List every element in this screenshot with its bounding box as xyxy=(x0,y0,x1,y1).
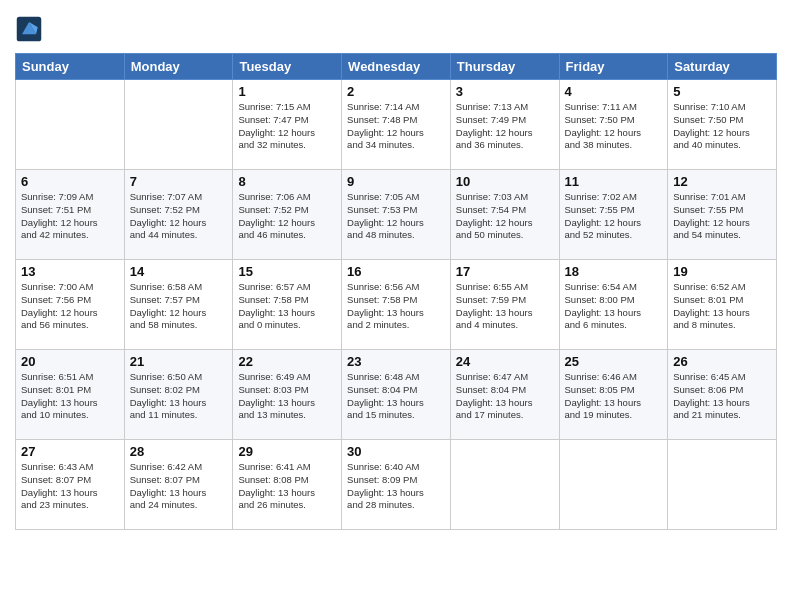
day-number: 27 xyxy=(21,444,119,459)
calendar-cell: 19Sunrise: 6:52 AM Sunset: 8:01 PM Dayli… xyxy=(668,260,777,350)
calendar-cell: 3Sunrise: 7:13 AM Sunset: 7:49 PM Daylig… xyxy=(450,80,559,170)
calendar-cell: 4Sunrise: 7:11 AM Sunset: 7:50 PM Daylig… xyxy=(559,80,668,170)
day-info: Sunrise: 6:56 AM Sunset: 7:58 PM Dayligh… xyxy=(347,281,445,332)
day-info: Sunrise: 7:03 AM Sunset: 7:54 PM Dayligh… xyxy=(456,191,554,242)
calendar-cell: 27Sunrise: 6:43 AM Sunset: 8:07 PM Dayli… xyxy=(16,440,125,530)
day-info: Sunrise: 6:43 AM Sunset: 8:07 PM Dayligh… xyxy=(21,461,119,512)
calendar-cell: 5Sunrise: 7:10 AM Sunset: 7:50 PM Daylig… xyxy=(668,80,777,170)
calendar-cell: 15Sunrise: 6:57 AM Sunset: 7:58 PM Dayli… xyxy=(233,260,342,350)
calendar-week-row: 1Sunrise: 7:15 AM Sunset: 7:47 PM Daylig… xyxy=(16,80,777,170)
day-info: Sunrise: 6:45 AM Sunset: 8:06 PM Dayligh… xyxy=(673,371,771,422)
day-number: 3 xyxy=(456,84,554,99)
calendar-cell: 6Sunrise: 7:09 AM Sunset: 7:51 PM Daylig… xyxy=(16,170,125,260)
day-info: Sunrise: 7:01 AM Sunset: 7:55 PM Dayligh… xyxy=(673,191,771,242)
calendar-cell: 12Sunrise: 7:01 AM Sunset: 7:55 PM Dayli… xyxy=(668,170,777,260)
calendar-cell: 1Sunrise: 7:15 AM Sunset: 7:47 PM Daylig… xyxy=(233,80,342,170)
day-info: Sunrise: 6:42 AM Sunset: 8:07 PM Dayligh… xyxy=(130,461,228,512)
page-header xyxy=(15,15,777,43)
calendar-cell: 11Sunrise: 7:02 AM Sunset: 7:55 PM Dayli… xyxy=(559,170,668,260)
day-info: Sunrise: 6:47 AM Sunset: 8:04 PM Dayligh… xyxy=(456,371,554,422)
day-number: 4 xyxy=(565,84,663,99)
calendar-header-row: SundayMondayTuesdayWednesdayThursdayFrid… xyxy=(16,54,777,80)
calendar-cell xyxy=(450,440,559,530)
calendar-cell: 23Sunrise: 6:48 AM Sunset: 8:04 PM Dayli… xyxy=(342,350,451,440)
day-info: Sunrise: 6:40 AM Sunset: 8:09 PM Dayligh… xyxy=(347,461,445,512)
day-info: Sunrise: 7:06 AM Sunset: 7:52 PM Dayligh… xyxy=(238,191,336,242)
calendar-cell: 18Sunrise: 6:54 AM Sunset: 8:00 PM Dayli… xyxy=(559,260,668,350)
day-number: 9 xyxy=(347,174,445,189)
day-number: 19 xyxy=(673,264,771,279)
calendar-week-row: 13Sunrise: 7:00 AM Sunset: 7:56 PM Dayli… xyxy=(16,260,777,350)
day-info: Sunrise: 6:58 AM Sunset: 7:57 PM Dayligh… xyxy=(130,281,228,332)
day-info: Sunrise: 6:52 AM Sunset: 8:01 PM Dayligh… xyxy=(673,281,771,332)
logo-icon xyxy=(15,15,43,43)
weekday-header: Friday xyxy=(559,54,668,80)
day-number: 21 xyxy=(130,354,228,369)
day-info: Sunrise: 6:46 AM Sunset: 8:05 PM Dayligh… xyxy=(565,371,663,422)
day-number: 8 xyxy=(238,174,336,189)
calendar-cell: 20Sunrise: 6:51 AM Sunset: 8:01 PM Dayli… xyxy=(16,350,125,440)
day-number: 24 xyxy=(456,354,554,369)
calendar-cell xyxy=(16,80,125,170)
calendar-cell xyxy=(668,440,777,530)
day-info: Sunrise: 7:05 AM Sunset: 7:53 PM Dayligh… xyxy=(347,191,445,242)
day-number: 5 xyxy=(673,84,771,99)
calendar-cell: 9Sunrise: 7:05 AM Sunset: 7:53 PM Daylig… xyxy=(342,170,451,260)
day-number: 26 xyxy=(673,354,771,369)
day-info: Sunrise: 6:41 AM Sunset: 8:08 PM Dayligh… xyxy=(238,461,336,512)
day-info: Sunrise: 6:51 AM Sunset: 8:01 PM Dayligh… xyxy=(21,371,119,422)
calendar-cell: 24Sunrise: 6:47 AM Sunset: 8:04 PM Dayli… xyxy=(450,350,559,440)
day-number: 23 xyxy=(347,354,445,369)
calendar-cell: 30Sunrise: 6:40 AM Sunset: 8:09 PM Dayli… xyxy=(342,440,451,530)
calendar-cell: 8Sunrise: 7:06 AM Sunset: 7:52 PM Daylig… xyxy=(233,170,342,260)
day-number: 13 xyxy=(21,264,119,279)
calendar-cell: 7Sunrise: 7:07 AM Sunset: 7:52 PM Daylig… xyxy=(124,170,233,260)
day-number: 6 xyxy=(21,174,119,189)
day-info: Sunrise: 6:57 AM Sunset: 7:58 PM Dayligh… xyxy=(238,281,336,332)
day-info: Sunrise: 7:11 AM Sunset: 7:50 PM Dayligh… xyxy=(565,101,663,152)
day-info: Sunrise: 6:49 AM Sunset: 8:03 PM Dayligh… xyxy=(238,371,336,422)
calendar-cell: 26Sunrise: 6:45 AM Sunset: 8:06 PM Dayli… xyxy=(668,350,777,440)
day-info: Sunrise: 7:00 AM Sunset: 7:56 PM Dayligh… xyxy=(21,281,119,332)
day-number: 29 xyxy=(238,444,336,459)
day-info: Sunrise: 7:09 AM Sunset: 7:51 PM Dayligh… xyxy=(21,191,119,242)
day-number: 14 xyxy=(130,264,228,279)
day-info: Sunrise: 6:54 AM Sunset: 8:00 PM Dayligh… xyxy=(565,281,663,332)
calendar-cell: 13Sunrise: 7:00 AM Sunset: 7:56 PM Dayli… xyxy=(16,260,125,350)
day-info: Sunrise: 7:02 AM Sunset: 7:55 PM Dayligh… xyxy=(565,191,663,242)
day-info: Sunrise: 7:07 AM Sunset: 7:52 PM Dayligh… xyxy=(130,191,228,242)
day-info: Sunrise: 6:50 AM Sunset: 8:02 PM Dayligh… xyxy=(130,371,228,422)
calendar-week-row: 27Sunrise: 6:43 AM Sunset: 8:07 PM Dayli… xyxy=(16,440,777,530)
calendar-cell xyxy=(124,80,233,170)
weekday-header: Saturday xyxy=(668,54,777,80)
day-info: Sunrise: 6:48 AM Sunset: 8:04 PM Dayligh… xyxy=(347,371,445,422)
day-info: Sunrise: 7:10 AM Sunset: 7:50 PM Dayligh… xyxy=(673,101,771,152)
day-number: 10 xyxy=(456,174,554,189)
weekday-header: Wednesday xyxy=(342,54,451,80)
calendar-cell: 14Sunrise: 6:58 AM Sunset: 7:57 PM Dayli… xyxy=(124,260,233,350)
calendar-cell: 28Sunrise: 6:42 AM Sunset: 8:07 PM Dayli… xyxy=(124,440,233,530)
day-number: 22 xyxy=(238,354,336,369)
calendar-cell xyxy=(559,440,668,530)
day-info: Sunrise: 6:55 AM Sunset: 7:59 PM Dayligh… xyxy=(456,281,554,332)
day-number: 16 xyxy=(347,264,445,279)
calendar-cell: 16Sunrise: 6:56 AM Sunset: 7:58 PM Dayli… xyxy=(342,260,451,350)
day-info: Sunrise: 7:13 AM Sunset: 7:49 PM Dayligh… xyxy=(456,101,554,152)
calendar-table: SundayMondayTuesdayWednesdayThursdayFrid… xyxy=(15,53,777,530)
day-number: 28 xyxy=(130,444,228,459)
day-number: 1 xyxy=(238,84,336,99)
weekday-header: Thursday xyxy=(450,54,559,80)
calendar-cell: 2Sunrise: 7:14 AM Sunset: 7:48 PM Daylig… xyxy=(342,80,451,170)
weekday-header: Monday xyxy=(124,54,233,80)
calendar-cell: 25Sunrise: 6:46 AM Sunset: 8:05 PM Dayli… xyxy=(559,350,668,440)
calendar-week-row: 6Sunrise: 7:09 AM Sunset: 7:51 PM Daylig… xyxy=(16,170,777,260)
weekday-header: Tuesday xyxy=(233,54,342,80)
day-number: 7 xyxy=(130,174,228,189)
calendar-cell: 17Sunrise: 6:55 AM Sunset: 7:59 PM Dayli… xyxy=(450,260,559,350)
day-number: 15 xyxy=(238,264,336,279)
day-number: 2 xyxy=(347,84,445,99)
calendar-cell: 21Sunrise: 6:50 AM Sunset: 8:02 PM Dayli… xyxy=(124,350,233,440)
day-info: Sunrise: 7:14 AM Sunset: 7:48 PM Dayligh… xyxy=(347,101,445,152)
calendar-cell: 22Sunrise: 6:49 AM Sunset: 8:03 PM Dayli… xyxy=(233,350,342,440)
calendar-week-row: 20Sunrise: 6:51 AM Sunset: 8:01 PM Dayli… xyxy=(16,350,777,440)
